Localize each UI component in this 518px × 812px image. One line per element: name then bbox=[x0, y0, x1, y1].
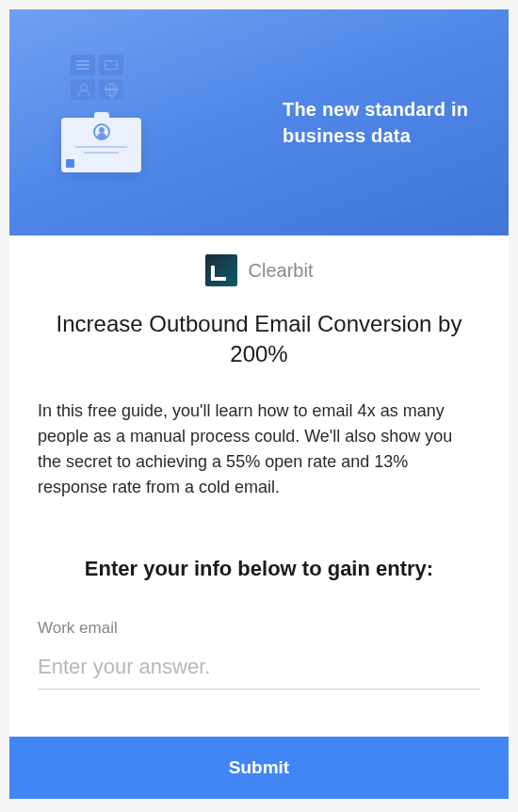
landing-card: The new standard in business data Clearb… bbox=[9, 9, 509, 799]
content-area: Clearbit Increase Outbound Email Convers… bbox=[9, 235, 509, 737]
hero-illustration bbox=[38, 38, 207, 207]
email-label: Work email bbox=[38, 619, 480, 638]
form-area: Work email bbox=[38, 619, 480, 708]
form-title: Enter your info below to gain entry: bbox=[38, 557, 480, 581]
hero-tagline: The new standard in business data bbox=[283, 96, 480, 149]
envelope-icon bbox=[99, 55, 123, 75]
description-text: In this free guide, you'll learn how to … bbox=[38, 398, 480, 500]
headline: Increase Outbound Email Conversion by 20… bbox=[38, 309, 480, 370]
profile-card-illustration bbox=[61, 118, 141, 172]
brand-row: Clearbit bbox=[38, 254, 480, 286]
globe-icon bbox=[99, 79, 123, 100]
hero-banner: The new standard in business data bbox=[9, 9, 509, 235]
list-icon bbox=[71, 55, 95, 75]
submit-button[interactable]: Submit bbox=[9, 737, 509, 799]
avatar-icon bbox=[93, 123, 110, 140]
person-icon bbox=[71, 79, 95, 100]
clearbit-logo-icon bbox=[205, 254, 237, 286]
brand-name: Clearbit bbox=[249, 260, 314, 282]
email-field[interactable] bbox=[38, 651, 480, 690]
